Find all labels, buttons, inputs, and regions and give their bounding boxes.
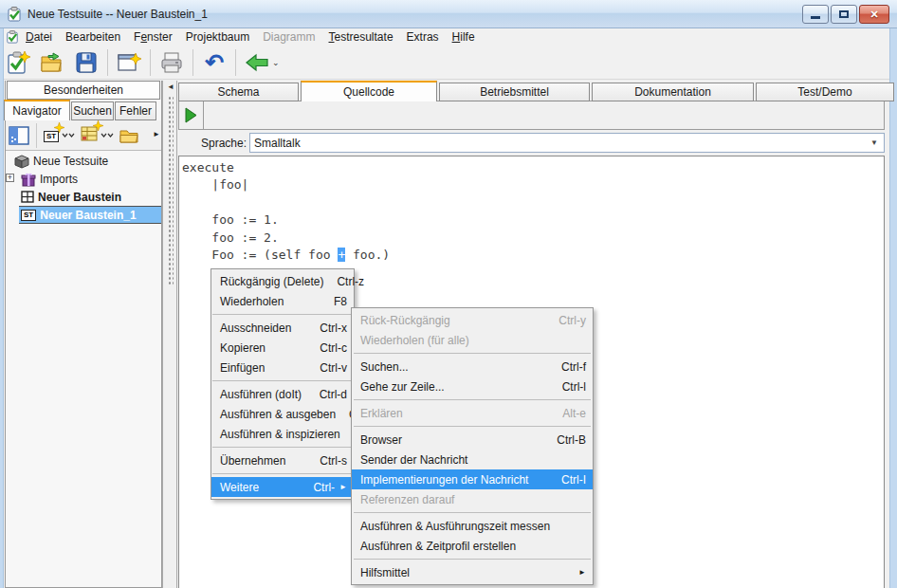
save-button[interactable] xyxy=(70,47,102,78)
menu-separator xyxy=(212,447,353,448)
new-window-icon xyxy=(117,51,141,74)
new-star-icon xyxy=(54,122,64,133)
submenu-arrow-icon: ► xyxy=(339,483,347,491)
new-star-icon xyxy=(93,120,103,131)
menu-extras[interactable]: Extras xyxy=(400,29,446,45)
menu-item-wiederholen[interactable]: WiederholenF8 xyxy=(211,291,354,311)
language-select[interactable]: Smalltalk ▼ xyxy=(249,133,885,153)
menu-separator xyxy=(354,353,591,354)
testsuite-box-icon xyxy=(13,154,29,169)
new-testsuite-button[interactable] xyxy=(2,47,34,78)
tab-navigator[interactable]: Navigator xyxy=(4,100,70,120)
print-icon xyxy=(159,51,184,74)
menu-item-ausfuehrungszeit-messen[interactable]: Ausführen & Ausführungszeit messen xyxy=(352,516,593,536)
menu-fenster[interactable]: Fenster xyxy=(127,29,179,45)
new-testsuite-icon xyxy=(6,50,30,75)
open-folder-icon xyxy=(40,51,64,74)
menubar: Datei Bearbeiten Fenster Projektbaum Dia… xyxy=(1,28,896,46)
menu-item-suchen[interactable]: Suchen...Ctrl-f xyxy=(352,357,593,377)
menu-testresultate[interactable]: Testresultate xyxy=(322,29,400,45)
imports-gift-icon xyxy=(21,172,36,187)
run-button[interactable] xyxy=(179,101,204,129)
menu-item-uebernehmen[interactable]: ÜbernehmenCtrl-s xyxy=(211,450,354,470)
menu-separator xyxy=(354,559,591,560)
tab-schema[interactable]: Schema xyxy=(178,83,299,101)
menu-hilfe[interactable]: Hilfe xyxy=(446,29,482,45)
language-label: Sprache: xyxy=(178,137,249,150)
menu-item-referenzen-darauf: Referenzen darauf xyxy=(352,489,593,509)
tab-besonderheiten[interactable]: Besonderheiten xyxy=(7,81,160,100)
menu-separator xyxy=(212,380,353,381)
menu-diagramm: Diagramm xyxy=(256,29,321,45)
weitere-submenu: Rück-RückgängigCtrl-y Wiederholen (für a… xyxy=(351,307,594,585)
new-table-button[interactable] xyxy=(78,122,117,149)
panel-splitter[interactable]: ◄ xyxy=(162,81,177,588)
menu-item-ausfuehren-inspizieren[interactable]: Ausführen & inspizierenCtrl-q xyxy=(211,424,354,444)
menu-item-hilfsmittel[interactable]: Hilfsmittel► xyxy=(352,562,593,582)
menu-item-sender-der-nachricht[interactable]: Sender der Nachricht xyxy=(352,450,593,469)
menu-item-ausfuehren-doit[interactable]: Ausführen (doIt)Ctrl-d xyxy=(211,384,354,404)
menu-separator xyxy=(354,399,591,400)
tab-fehler[interactable]: Fehler xyxy=(115,101,156,120)
folder-icon xyxy=(119,128,138,143)
toolbar-separator xyxy=(107,49,108,76)
tab-quellcode[interactable]: Quellcode xyxy=(301,81,437,101)
toolbar-separator xyxy=(150,49,151,76)
menu-item-einfuegen[interactable]: EinfügenCtrl-v xyxy=(211,358,354,377)
menu-item-rueckgaengig[interactable]: Rückgängig (Delete)Ctrl-z xyxy=(211,271,354,291)
minimize-button[interactable] xyxy=(802,5,829,24)
menu-item-zeitprofil-erstellen[interactable]: Ausführen & Zeitprofil erstellen xyxy=(352,536,593,556)
st-badge-icon: ST xyxy=(21,210,36,221)
tree-item-neuer-baustein-1[interactable]: ST Neuer Baustein_1 xyxy=(19,206,161,224)
menu-projektbaum[interactable]: Projektbaum xyxy=(179,29,256,45)
back-button[interactable] xyxy=(241,47,273,78)
toolbar-separator xyxy=(36,123,37,148)
new-window-button[interactable] xyxy=(113,47,145,78)
menu-item-implementierungen[interactable]: Implementierungen der NachrichtCtrl-I xyxy=(352,469,593,489)
dropdown-chevrons-icon xyxy=(101,132,114,139)
menu-item-browser[interactable]: BrowserCtrl-B xyxy=(352,430,593,450)
tab-test-demo[interactable]: Test/Demo xyxy=(756,83,894,101)
panel-layout-button[interactable] xyxy=(6,122,32,149)
editor-context-menu: Rückgängig (Delete)Ctrl-z WiederholenF8 … xyxy=(211,268,355,500)
app-icon xyxy=(7,7,22,22)
tree-item-imports[interactable]: + Imports xyxy=(6,170,161,188)
combo-arrow-icon: ▼ xyxy=(870,138,878,147)
tab-betriebsmittel[interactable]: Betriebsmittel xyxy=(439,83,590,101)
editor-toolbar xyxy=(178,101,885,130)
menu-item-weitere[interactable]: WeitereCtrl-► xyxy=(211,477,354,497)
menu-datei[interactable]: Datei xyxy=(19,29,59,45)
menu-item-gehe-zur-zeile[interactable]: Gehe zur Zeile...Ctrl-l xyxy=(352,377,593,396)
tree-item-neuer-baustein[interactable]: Neuer Baustein xyxy=(6,188,161,206)
menu-separator xyxy=(212,314,353,315)
print-button[interactable] xyxy=(156,47,188,78)
toolbar-overflow-icon[interactable]: ► xyxy=(153,130,160,138)
undo-button[interactable]: ↶ xyxy=(198,47,230,78)
toolbar-separator xyxy=(192,49,193,76)
expander-icon[interactable]: + xyxy=(6,174,14,182)
back-dropdown-chevron-icon[interactable]: ⌄ xyxy=(272,58,280,67)
back-arrow-icon xyxy=(245,52,269,73)
menu-separator xyxy=(354,426,591,427)
collapse-arrow-icon[interactable]: ◄ xyxy=(167,83,174,91)
undo-icon: ↶ xyxy=(205,51,224,74)
close-button[interactable]: ✕ xyxy=(859,5,889,24)
app-icon-small xyxy=(6,30,19,44)
window-frame-right xyxy=(889,28,897,588)
menu-item-erklaeren: ErklärenAlt-e xyxy=(352,403,593,423)
open-button[interactable] xyxy=(36,47,68,78)
restore-icon xyxy=(839,10,849,18)
tab-suchen[interactable]: Suchen xyxy=(71,101,114,120)
panel-layout-icon xyxy=(9,126,29,145)
new-st-block-button[interactable]: ST xyxy=(41,122,78,149)
restore-button[interactable] xyxy=(831,5,857,24)
menu-item-kopieren[interactable]: KopierenCtrl-c xyxy=(211,338,354,358)
tab-dokumentation[interactable]: Dokumentation xyxy=(592,83,754,101)
folder-button[interactable] xyxy=(117,122,141,149)
editor-tab-bar: Schema Quellcode Betriebsmittel Dokument… xyxy=(178,81,896,101)
menu-item-ausfuehren-ausgeben[interactable]: Ausführen & ausgebenCtrl-p xyxy=(211,404,354,424)
tree-item-neue-testsuite[interactable]: Neue Testsuite xyxy=(6,152,161,170)
application-window: Neue Testsuite -- Neuer Baustein_1 ✕ Dat… xyxy=(0,0,897,588)
menu-bearbeiten[interactable]: Bearbeiten xyxy=(59,29,127,45)
menu-item-ausschneiden[interactable]: AusschneidenCtrl-x xyxy=(211,318,354,338)
